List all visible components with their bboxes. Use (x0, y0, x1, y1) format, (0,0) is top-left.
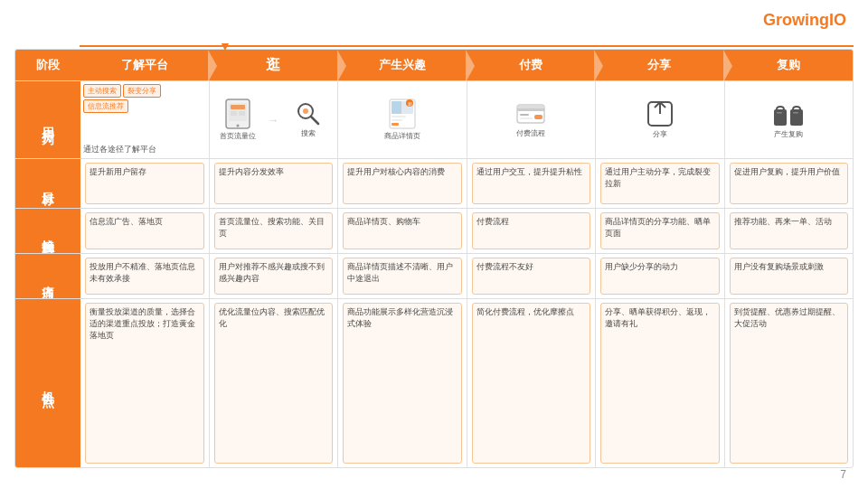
beh-homepage-icon: 首页流量位 (212, 99, 265, 141)
repurchase-icon-text: 产生复购 (774, 129, 803, 139)
touch-cell-5: 推荐功能、再来一单、活动 (725, 209, 854, 253)
beh-repurchase-icon: 产生复购 (728, 100, 851, 139)
goal-text-5: 促进用户复购，提升用户价值 (730, 163, 849, 204)
beh-share-icon: 分享 (599, 100, 722, 139)
touch-cells: 信息流广告、落地页 首页流量位、搜索功能、关目页 商品详情页、购物车 付费流程 … (80, 209, 853, 253)
opp-text-5: 到货提醒、优惠券过期提醒、大促活动 (730, 303, 849, 464)
beh-icons-5: 产生复购 (728, 84, 851, 155)
opp-cell-3: 简化付费流程，优化摩擦点 (467, 299, 597, 467)
goal-cells: 提升新用户留存 提升内容分发效率 提升用户对核心内容的消费 通过用户交互，提升提… (80, 159, 853, 208)
stages-row: 了解平台 逛 产生兴趣 付费 分享 复购 (80, 50, 853, 80)
stage-5: 复购 (724, 50, 853, 80)
goal-cell-4: 通过用户主动分享，完成裂变拉新 (596, 159, 725, 208)
pay-svg-icon (516, 101, 545, 127)
opp-cell-0: 衡量投放渠道的质量，选择合适的渠道重点投放；打造黄金落地页 (80, 299, 210, 467)
goal-text-4: 通过用户主动分享，完成裂变拉新 (600, 163, 720, 204)
touch-cell-3: 付费流程 (467, 209, 597, 253)
goal-label: 目标 (15, 159, 80, 208)
beh-bottom-0: 通过各途径了解平台 (83, 145, 156, 155)
goal-cell-2: 提升用户对核心内容的消费 (338, 159, 467, 208)
touch-label: 接触点 (15, 209, 80, 253)
stage-4: 分享 (595, 50, 723, 80)
svg-rect-22 (534, 115, 542, 119)
svg-rect-3 (231, 111, 237, 116)
shop-svg-icon (225, 99, 250, 129)
svg-rect-14 (392, 123, 399, 126)
tag-share: 裂变分享 (123, 84, 161, 98)
header-row: 阶段 了解平台 逛 产生兴趣 付费 分享 复购 (15, 50, 853, 80)
pain-text-2: 商品详情页描述不清晰、用户中途退出 (343, 258, 462, 295)
svg-line-7 (311, 117, 318, 124)
opp-row: 机会点 衡量投放渠道的质量，选择合适的渠道重点投放；打造黄金落地页 优化流量位内… (15, 298, 853, 467)
pain-row: 痛点 投放用户不精准、落地页信息未有效承接 用户对推荐不感兴趣或搜不到感兴趣内容… (15, 253, 853, 298)
touch-text-5: 推荐功能、再来一单、活动 (730, 212, 849, 249)
goal-row: 目标 提升新用户留存 提升内容分发效率 提升用户对核心内容的消费 通过用户交互，… (15, 158, 853, 208)
touch-cell-1: 首页流量位、搜索功能、关目页 (210, 209, 339, 253)
tag-row-0: 主动搜索 裂变分享 信息流推荐 (83, 84, 206, 113)
stage-1: 逛 (209, 50, 337, 80)
svg-rect-25 (774, 109, 787, 126)
homepage-icon-text: 首页流量位 (220, 131, 256, 141)
svg-rect-20 (520, 114, 529, 116)
logo-text2: IO (829, 11, 846, 29)
opp-cell-1: 优化流量位内容、搜索匹配优化 (210, 299, 339, 467)
tag-search: 主动搜索 (83, 84, 121, 98)
pain-cell-4: 用户缺少分享的动力 (596, 254, 725, 298)
svg-rect-2 (231, 105, 245, 109)
pain-text-4: 用户缺少分享的动力 (600, 258, 720, 295)
logo: GrowingIO (763, 11, 846, 30)
beh-cell-1: 首页流量位 → 搜索 (210, 81, 339, 158)
svg-rect-26 (777, 112, 782, 114)
pain-label: 痛点 (15, 254, 80, 298)
beh-cell-5: 产生复购 (725, 81, 854, 158)
svg-rect-11 (392, 101, 401, 114)
share-icon-text: 分享 (653, 129, 667, 139)
opp-text-4: 分享、晒单获得积分、返现，邀请有礼 (600, 303, 720, 464)
opp-cell-4: 分享、晒单获得积分、返现，邀请有礼 (596, 299, 725, 467)
beh-pay-icon: 付费流程 (470, 101, 593, 138)
beh-cell-4: 分享 (596, 81, 725, 158)
share-svg-icon (646, 100, 674, 127)
beh-cell-0: 主动搜索 裂变分享 信息流推荐 通过各途径了解平台 (80, 81, 210, 158)
bag-svg-icon (773, 100, 804, 127)
touch-text-1: 首页流量位、搜索功能、关目页 (214, 212, 334, 249)
beh-product-icon: 新 商品详情页 (341, 99, 464, 141)
pain-cell-3: 付费流程不友好 (467, 254, 597, 298)
top-arrow-down: ▼ (219, 39, 231, 53)
goal-cell-5: 促进用户复购，提升用户价值 (725, 159, 854, 208)
svg-point-5 (237, 125, 240, 127)
svg-text:新: 新 (407, 101, 411, 107)
beh-icons-1: 首页流量位 → 搜索 (212, 84, 335, 155)
stage-3: 付费 (467, 50, 595, 80)
pain-text-1: 用户对推荐不感兴趣或搜不到感兴趣内容 (214, 258, 334, 295)
pay-icon-text: 付费流程 (516, 128, 545, 138)
svg-rect-12 (392, 116, 406, 117)
opp-cells: 衡量投放渠道的质量，选择合适的渠道重点投放；打造黄金落地页 优化流量位内容、搜索… (80, 299, 853, 467)
touch-text-3: 付费流程 (472, 212, 591, 249)
top-connector-line (80, 45, 854, 47)
touch-text-4: 商品详情页的分享功能、晒单页面 (600, 212, 720, 249)
beh-icons-2: 新 商品详情页 (341, 84, 464, 155)
stage-0: 了解平台 (80, 50, 209, 80)
pain-cell-2: 商品详情页描述不清晰、用户中途退出 (338, 254, 467, 298)
svg-rect-21 (520, 117, 533, 119)
svg-rect-19 (517, 108, 544, 111)
opp-cell-5: 到货提醒、优惠券过期提醒、大促活动 (725, 299, 854, 467)
goal-cell-0: 提升新用户留存 (80, 159, 210, 208)
page-number: 7 (840, 468, 846, 481)
svg-rect-28 (793, 112, 798, 114)
touch-cell-4: 商品详情页的分享功能、晒单页面 (596, 209, 725, 253)
goal-cell-3: 通过用户交互，提升提升粘性 (467, 159, 597, 208)
tag-info: 信息流推荐 (83, 99, 128, 113)
goal-cell-1: 提升内容分发效率 (210, 159, 339, 208)
pain-cells: 投放用户不精准、落地页信息未有效承接 用户对推荐不感兴趣或搜不到感兴趣内容 商品… (80, 254, 853, 298)
pain-cell-5: 用户没有复购场景或刺激 (725, 254, 854, 298)
behavior-row: 用户行为 主动搜索 裂变分享 信息流推荐 通过各途径了解平台 (15, 80, 853, 158)
behavior-cells: 主动搜索 裂变分享 信息流推荐 通过各途径了解平台 (80, 81, 853, 158)
opp-text-0: 衡量投放渠道的质量，选择合适的渠道重点投放；打造黄金落地页 (85, 303, 204, 464)
goal-text-3: 通过用户交互，提升提升粘性 (472, 163, 591, 204)
touch-text-2: 商品详情页、购物车 (343, 212, 462, 249)
touch-cell-2: 商品详情页、购物车 (338, 209, 467, 253)
logo-text1: Growing (763, 11, 829, 29)
product-detail-svg: 新 (389, 99, 416, 129)
